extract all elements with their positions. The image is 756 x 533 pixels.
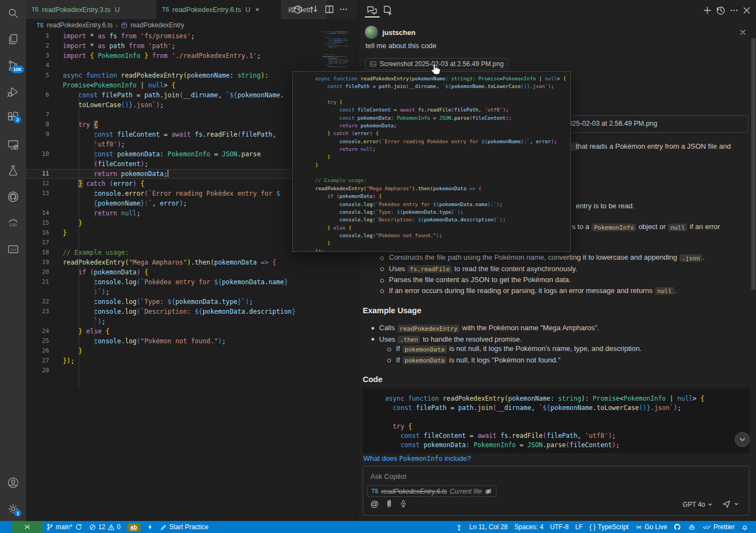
output-console-icon[interactable]: (×) <box>7 243 20 256</box>
response-bullet-list: Calls readPokedexEntry with the Pokémon … <box>371 324 743 347</box>
new-session-icon[interactable] <box>381 4 393 16</box>
start-practice-button[interactable]: Start Practice <box>157 523 212 531</box>
response-fragment: s to a PokemonInfo object or null if an … <box>572 222 720 231</box>
remove-message-icon[interactable] <box>739 28 748 37</box>
bullet-item: Uses fs.readFile to read the file conten… <box>380 265 741 273</box>
typescript-file-icon: TS <box>371 488 379 494</box>
panel-more-icon[interactable] <box>729 5 740 16</box>
chat-view-icon[interactable] <box>366 4 378 16</box>
search-icon[interactable] <box>7 7 20 20</box>
code-lines: 1import * as fs from 'fs/promises';2impo… <box>26 31 306 376</box>
broadcast-icon <box>635 524 642 531</box>
extensions-badge: 2 <box>14 116 21 124</box>
language-mode[interactable]: { }TypeScript <box>586 523 632 531</box>
log-panel-icon[interactable]: LOG <box>7 216 20 230</box>
bullet-item: If pokemonData is not null, it logs the … <box>387 345 742 353</box>
vscode-window: 10K 2 LOG (×) 1 TS readPokedexEntry.3.ts… <box>0 0 756 533</box>
panel-scrollbar[interactable] <box>751 38 755 290</box>
indent-guide <box>94 131 95 218</box>
user-message: tell me about this code <box>365 42 436 50</box>
error-icon <box>89 524 96 531</box>
eol-indicator[interactable]: LF <box>572 523 586 531</box>
notifications-bell-icon[interactable] <box>738 524 752 531</box>
test-flask-icon[interactable] <box>7 164 20 177</box>
gitlens-indicator[interactable] <box>144 524 157 530</box>
chat-input-placeholder: Ask Copilot <box>370 472 406 481</box>
spell-checker-indicator[interactable]: ab <box>124 523 144 531</box>
bullet-item: Constructs the file path using the Pokém… <box>380 254 741 262</box>
attachment-chip[interactable]: Screenshot 2025-02-03 at 2.56.49 PM.png <box>365 58 509 70</box>
account-icon[interactable] <box>7 476 20 489</box>
typescript-file-icon: TS <box>32 7 39 13</box>
close-panel-icon[interactable] <box>741 5 752 16</box>
send-button[interactable] <box>722 499 739 509</box>
response-bullet-list: Constructs the file path using the Pokém… <box>380 254 741 298</box>
indentation-indicator[interactable]: Spaces: 4 <box>511 523 547 531</box>
user-name: justschen <box>382 28 416 37</box>
microphone-icon[interactable] <box>399 499 408 508</box>
git-branch-indicator[interactable]: main* <box>43 523 86 531</box>
chevron-right-icon: › <box>115 21 117 30</box>
ports-indicator[interactable] <box>452 524 466 531</box>
problems-indicator[interactable]: 12 0 <box>86 523 124 531</box>
encoding-indicator[interactable]: UTF-8 <box>547 523 572 531</box>
chevron-down-icon <box>707 502 713 507</box>
active-view-underline <box>365 16 380 17</box>
activity-bar: 10K 2 LOG (×) 1 <box>0 0 26 521</box>
robot-icon <box>688 523 696 531</box>
bullet-item: If an error occurs during file reading o… <box>380 287 741 295</box>
followup-suggestion[interactable]: What does PokemonInfo include? <box>363 454 471 462</box>
code-editor[interactable]: 1import * as fs from 'fs/promises';2impo… <box>26 31 306 414</box>
model-picker[interactable]: GPT 4o <box>683 501 713 508</box>
bullet-item: If pokemonData is null, it logs "Pokémon… <box>387 356 742 365</box>
compare-changes-icon[interactable] <box>308 4 319 15</box>
chat-history-icon[interactable] <box>715 5 726 16</box>
pencil-icon <box>160 524 167 531</box>
branch-icon <box>46 523 54 531</box>
chat-input[interactable]: Ask Copilot TS readPokedexEntry.6.ts Cur… <box>363 466 749 516</box>
symbol-function-icon <box>121 22 128 29</box>
go-live-button[interactable]: Go Live <box>632 523 670 531</box>
avatar <box>365 26 378 39</box>
chat-code-block[interactable]: async function readPokedexEntry(pokemonN… <box>363 389 749 453</box>
status-bar: main* 12 0 ab Start Practice Ln 11, Col … <box>0 521 756 533</box>
tab-readPokedexEntry-3[interactable]: TS readPokedexEntry.3.ts U <box>26 0 157 19</box>
breadcrumb[interactable]: TS readPokedexEntry.6.ts › readPokedexEn… <box>26 19 358 31</box>
bullet-item: Uses .then to handle the resolved promis… <box>371 336 743 344</box>
section-heading: Code <box>363 375 382 384</box>
context-chip[interactable]: TS readPokedexEntry.6.ts Current file <box>367 485 497 497</box>
new-chat-plus-icon[interactable] <box>702 5 713 16</box>
settings-badge: 1 <box>14 509 21 517</box>
github-icon[interactable] <box>7 190 20 203</box>
scroll-down-button[interactable] <box>735 432 750 447</box>
prettier-indicator[interactable]: Prettier <box>699 523 738 531</box>
remote-indicator[interactable] <box>12 521 43 533</box>
copilot-extension-indicator[interactable] <box>684 523 699 531</box>
tab-settings[interactable]: Sett <box>281 0 327 19</box>
section-heading: Example Usage <box>363 306 421 315</box>
svg-text:LOG: LOG <box>9 223 17 227</box>
antenna-icon <box>456 524 463 531</box>
github-actions-indicator[interactable] <box>670 523 684 531</box>
run-debug-icon[interactable] <box>7 85 20 98</box>
attachment-preview-popup: async function readPokedexEntry(pokemonN… <box>292 71 571 252</box>
explorer-icon[interactable] <box>7 33 20 46</box>
attach-icon[interactable] <box>384 499 393 508</box>
eye-off-icon[interactable] <box>485 488 492 495</box>
close-tab-icon[interactable]: × <box>255 5 259 14</box>
split-editor-icon[interactable] <box>324 4 335 15</box>
minimap[interactable]: async function readPokedexEntry(pokemonN… <box>309 31 348 72</box>
tab-readPokedexEntry-6[interactable]: TS readPokedexEntry.6.ts U × <box>157 0 281 19</box>
response-fragment: entry is to be read. <box>576 202 635 210</box>
indent-guide <box>79 91 79 386</box>
source-control-badge: 10K <box>11 66 24 73</box>
sync-icon <box>75 523 82 531</box>
response-fragment: that reads a Pokémon entry from a JSON f… <box>576 142 731 150</box>
timeline-history-icon[interactable] <box>292 4 303 15</box>
remote-explorer-icon[interactable] <box>7 138 20 151</box>
typescript-file-icon: TS <box>37 22 44 28</box>
editor-more-actions-icon[interactable] <box>338 4 349 15</box>
octocat-icon <box>674 523 681 531</box>
mention-icon[interactable]: @ <box>370 499 379 508</box>
cursor-position[interactable]: Ln 11, Col 28 <box>466 523 511 531</box>
